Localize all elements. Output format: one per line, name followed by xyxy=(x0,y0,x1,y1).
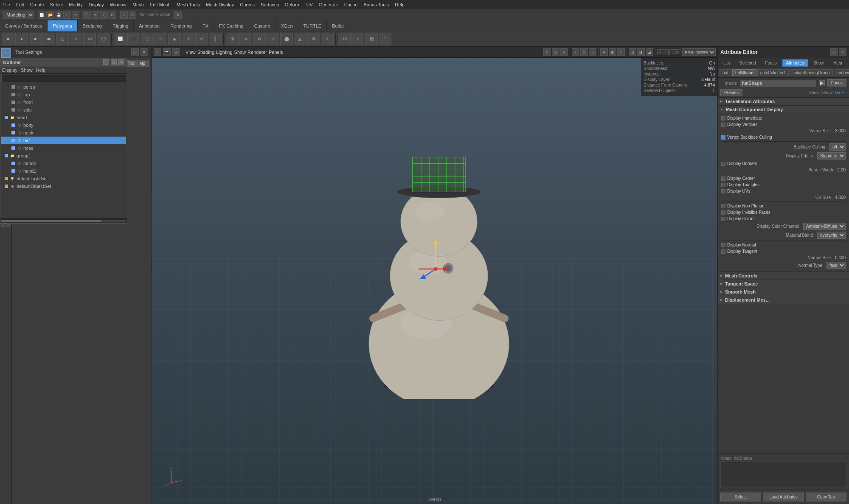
attr-focus-tab[interactable]: Focus xyxy=(761,59,780,67)
vp-grid-btn[interactable]: ⊞ xyxy=(172,48,180,56)
outliner-item-group1[interactable]: 📁group1 xyxy=(1,152,126,160)
tool-settings-close[interactable]: ✕ xyxy=(141,48,148,56)
outliner-item-defaultObjectSet[interactable]: ⊕defaultObjectSet xyxy=(1,182,126,190)
outliner-item-hat[interactable]: ⬡hat xyxy=(1,137,126,144)
shelf-reduce[interactable]: ◭ xyxy=(294,33,306,45)
focus-btn[interactable]: Focus xyxy=(827,79,846,87)
tab-rigging[interactable]: Rigging xyxy=(107,20,134,31)
display-center-cb[interactable] xyxy=(721,176,725,181)
menu-item-modify[interactable]: Modify xyxy=(69,2,82,7)
outliner-scrollbar[interactable] xyxy=(0,218,127,223)
outliner-item-head[interactable]: 📁head xyxy=(1,114,126,121)
vp-cam-btn[interactable]: 📷 xyxy=(163,48,171,56)
material-blend-select[interactable]: overwrite xyxy=(817,232,846,239)
mesh-value-expand[interactable]: ▶ xyxy=(819,80,825,86)
tool-settings-float[interactable]: ⬡ xyxy=(131,48,139,56)
vertex-backface-cb[interactable] xyxy=(721,135,725,140)
vp-icon8[interactable]: ◐ xyxy=(609,48,616,56)
tab-turtle[interactable]: TURTLE xyxy=(298,20,327,31)
outliner-item-side[interactable]: 🎥side xyxy=(1,106,126,114)
menu-item-edit[interactable]: Edit xyxy=(16,2,24,7)
save-btn[interactable]: 💾 xyxy=(55,11,62,19)
display-uvs-cb[interactable] xyxy=(721,189,725,193)
smooth-mesh-header[interactable]: ▶ Smooth Mesh xyxy=(718,288,849,296)
select-tool[interactable]: ↖ xyxy=(1,48,11,58)
modeling-mode-select[interactable]: Modeling xyxy=(3,11,34,19)
outliner-item-neck[interactable]: ⬡neck xyxy=(1,129,126,137)
render-settings-btn[interactable]: ⚙ xyxy=(174,11,182,19)
vp-iso2[interactable]: ◨ xyxy=(637,48,645,56)
display-borders-cb[interactable] xyxy=(721,162,725,166)
vp-lighting-menu[interactable]: Lighting xyxy=(216,50,233,55)
display-immediate-cb[interactable] xyxy=(721,116,725,120)
menu-item-curves[interactable]: Curves xyxy=(240,2,255,7)
display-invisible-cb[interactable] xyxy=(721,210,725,215)
outliner-search-input[interactable] xyxy=(1,75,126,82)
menu-item-create[interactable]: Create xyxy=(30,2,44,7)
snap-view-btn[interactable]: ⊙ xyxy=(109,11,116,19)
shelf-layout[interactable]: ▤ xyxy=(365,33,378,45)
outliner-minimize[interactable]: _ xyxy=(103,59,109,65)
tab-curves-surfaces[interactable]: Curves / Surfaces xyxy=(0,20,48,31)
shelf-grid[interactable]: ⊞ xyxy=(226,33,239,45)
shelf-combine[interactable]: ⊗ xyxy=(253,33,266,45)
tab-fx-caching[interactable]: FX Caching xyxy=(214,20,249,31)
vp-home-btn[interactable]: ⌂ xyxy=(154,48,161,56)
shelf-poly-cone[interactable]: △ xyxy=(56,33,69,45)
menu-item-help[interactable]: Help xyxy=(395,2,405,7)
vp-view-menu[interactable]: View xyxy=(186,50,196,55)
outliner-show-menu[interactable]: Show xyxy=(21,67,33,73)
hide-link[interactable]: Hide xyxy=(835,90,844,95)
menu-item-surfaces[interactable]: Surfaces xyxy=(261,2,279,7)
node-tab-initialshading[interactable]: initialShadingGroup xyxy=(790,69,832,76)
tab-polygons[interactable]: Polygons xyxy=(48,20,77,31)
display-tangent-cb[interactable] xyxy=(721,249,725,254)
copy-tab-btn[interactable]: Copy Tab xyxy=(806,493,846,501)
vp-shading-menu[interactable]: Shading xyxy=(197,50,214,55)
component-mode-btn[interactable]: □ xyxy=(129,11,136,19)
mesh-controls-header[interactable]: ▶ Mesh Controls xyxy=(718,272,849,280)
menu-item-window[interactable]: Window xyxy=(110,2,127,7)
notes-textarea[interactable] xyxy=(720,462,846,487)
vp-icon7[interactable]: ● xyxy=(600,48,608,56)
vp-icon9[interactable]: ○ xyxy=(617,48,625,56)
display-triangles-cb[interactable] xyxy=(721,183,725,187)
node-tab-hat[interactable]: hat xyxy=(720,69,731,76)
mesh-value-input[interactable] xyxy=(740,80,816,87)
load-attributes-btn[interactable]: Load Attributes xyxy=(763,493,804,501)
outliner-item-front[interactable]: 🎥front xyxy=(1,98,126,106)
menu-item-mesh-display[interactable]: Mesh Display xyxy=(206,2,234,7)
vp-iso1[interactable]: ◫ xyxy=(629,48,636,56)
vp-icon3[interactable]: ⊕ xyxy=(560,48,568,56)
attr-close-btn[interactable]: ✕ xyxy=(839,48,846,56)
show-link[interactable]: Show xyxy=(822,90,832,95)
attr-attributes-tab[interactable]: Attributes xyxy=(782,59,808,67)
attr-list-tab[interactable]: List xyxy=(720,59,734,67)
shelf-extrude[interactable]: ⬜ xyxy=(114,33,127,45)
viewport-canvas[interactable]: persp Backfaces: On Smoothness: N/A Inst… xyxy=(152,58,717,504)
node-tab-hatshape[interactable]: hatShape xyxy=(732,69,756,76)
menu-item-uv[interactable]: UV xyxy=(306,2,313,7)
vp-icon1[interactable]: ⚐ xyxy=(543,48,551,56)
outliner-item-persp[interactable]: 🎥persp xyxy=(1,83,126,91)
shelf-merge[interactable]: ⊕ xyxy=(155,33,167,45)
display-non-planar-cb[interactable] xyxy=(721,204,725,208)
menu-item-mesh[interactable]: Mesh xyxy=(132,2,144,7)
vp-renderer-menu[interactable]: Renderer xyxy=(247,50,267,55)
snap-point-btn[interactable]: ◇ xyxy=(100,11,108,19)
vp-icon4[interactable]: 1 xyxy=(572,48,579,56)
menu-item-bonus-tools[interactable]: Bonus Tools xyxy=(364,2,389,7)
tangent-header[interactable]: ▶ Tangent Space xyxy=(718,280,849,288)
vp-panels-menu[interactable]: Panels xyxy=(269,50,283,55)
displacement-header[interactable]: ▶ Displacement Mes... xyxy=(718,296,849,304)
shelf-poly-torus[interactable]: ○ xyxy=(70,33,82,45)
tab-fx[interactable]: FX xyxy=(197,20,214,31)
outliner-item-hand2[interactable]: ⬡hand2 xyxy=(1,160,126,167)
tab-bullet[interactable]: Bullet xyxy=(327,20,349,31)
menu-item-file[interactable]: File xyxy=(3,2,10,7)
display-colors-cb[interactable] xyxy=(721,217,725,221)
vp-icon6[interactable]: 3 xyxy=(589,48,596,56)
shelf-bevel[interactable]: ⬡ xyxy=(141,33,154,45)
shelf-mirror[interactable]: ⇔ xyxy=(239,33,252,45)
outliner-titlebar[interactable]: Outliner _ □ ✕ xyxy=(0,58,127,67)
